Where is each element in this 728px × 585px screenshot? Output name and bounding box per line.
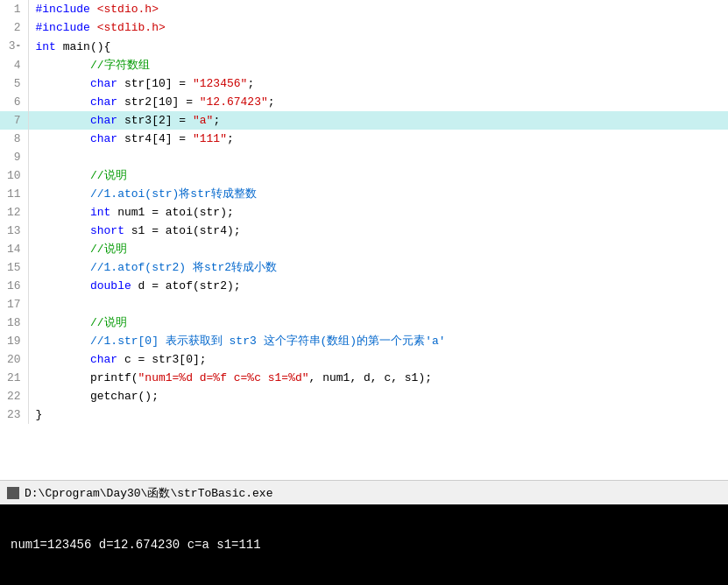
line-number: 19	[0, 332, 28, 350]
keyword: #include	[36, 3, 97, 16]
code-text: printf(	[90, 371, 138, 384]
table-row: 23}	[0, 405, 728, 424]
code-content	[28, 148, 728, 166]
table-row: 4 //字符数组	[0, 56, 728, 74]
code-content: getchar();	[28, 387, 728, 405]
line-number: 17	[0, 295, 28, 314]
keyword: double	[90, 279, 131, 292]
table-row: 10 //说明	[0, 166, 728, 185]
fold-icon: ⁃	[16, 41, 21, 52]
code-content: int num1 = atoi(str);	[28, 203, 728, 222]
table-row: 19 //1.str[0] 表示获取到 str3 这个字符串(数组)的第一个元素…	[0, 332, 728, 350]
table-row: 14 //说明	[0, 240, 728, 258]
line-number: 21	[0, 369, 28, 387]
line-number: 20	[0, 350, 28, 369]
line-number: 5	[0, 74, 28, 93]
code-content: int main(){	[28, 37, 728, 56]
line-number: 15	[0, 258, 28, 277]
comment-blue: //1.str[0] 表示获取到 str3 这个字符串(数组)的第一个元素'a'	[90, 335, 446, 348]
code-content: #include <stdio.h>	[28, 0, 728, 18]
code-text: ;	[213, 114, 220, 127]
code-content	[28, 295, 728, 314]
code-text: ;	[268, 95, 275, 109]
keyword: int	[90, 206, 110, 219]
code-content: //1.str[0] 表示获取到 str3 这个字符串(数组)的第一个元素'a'	[28, 332, 728, 350]
comment-blue: //1.atof(str2) 将str2转成小数	[90, 261, 277, 274]
string-literal: <stdlib.h>	[97, 21, 166, 34]
comment-blue: //1.atoi(str)将str转成整数	[90, 187, 257, 201]
string-literal: "111"	[193, 132, 227, 145]
code-content: //说明	[28, 314, 728, 332]
code-text: , num1, d, c, s1);	[309, 371, 432, 384]
table-row: 18 //说明	[0, 314, 728, 332]
code-content: }	[28, 405, 728, 424]
code-text: c = str3[0];	[117, 353, 206, 366]
line-number: 9	[0, 148, 28, 166]
code-content: //字符数组	[28, 56, 728, 74]
line-number: 23	[0, 405, 28, 424]
line-number: 4	[0, 56, 28, 74]
table-row: 21 printf("num1=%d d=%f c=%c s1=%d", num…	[0, 369, 728, 387]
table-row: 2#include <stdlib.h>	[0, 18, 728, 37]
code-content: char str2[10] = "12.67423";	[28, 93, 728, 111]
code-content: //1.atoi(str)将str转成整数	[28, 185, 728, 203]
line-number: 16	[0, 277, 28, 295]
string-literal: "num1=%d d=%f c=%c s1=%d"	[138, 371, 309, 384]
line-number: 6	[0, 93, 28, 111]
string-literal: "a"	[193, 114, 213, 127]
code-content: char c = str3[0];	[28, 350, 728, 369]
keyword: char	[90, 132, 117, 145]
table-row: 1#include <stdio.h>	[0, 0, 728, 18]
line-number: 14	[0, 240, 28, 258]
code-text: s1 = atoi(str4);	[124, 224, 241, 237]
string-literal: "12.67423"	[200, 95, 268, 109]
code-content: //说明	[28, 240, 728, 258]
code-content: #include <stdlib.h>	[28, 18, 728, 37]
table-row: 7 char str3[2] = "a";	[0, 111, 728, 130]
table-row: 3⁃int main(){	[0, 37, 728, 56]
table-row: 8 char str4[4] = "111";	[0, 130, 728, 148]
keyword: char	[90, 77, 117, 90]
line-number: 1	[0, 0, 28, 18]
code-content: //1.atof(str2) 将str2转成小数	[28, 258, 728, 277]
keyword: char	[90, 95, 117, 109]
string-literal: "123456"	[193, 77, 247, 90]
line-number: 8	[0, 130, 28, 148]
line-number: 7	[0, 111, 28, 130]
table-row: 5 char str[10] = "123456";	[0, 74, 728, 93]
keyword: char	[90, 114, 117, 127]
table-row: 16 double d = atof(str2);	[0, 277, 728, 295]
table-row: 22 getchar();	[0, 387, 728, 405]
line-number: 18	[0, 314, 28, 332]
keyword: int	[36, 40, 56, 53]
code-text: main(){	[56, 40, 110, 53]
code-text: str4[4] =	[117, 132, 193, 145]
line-number: 13	[0, 222, 28, 240]
line-number: 12	[0, 203, 28, 222]
comment: //字符数组	[90, 59, 150, 72]
code-content: short s1 = atoi(str4);	[28, 222, 728, 240]
keyword: char	[90, 353, 117, 366]
code-text: str3[2] =	[117, 114, 193, 127]
code-text: ;	[227, 132, 234, 145]
code-editor: 1#include <stdio.h>2#include <stdlib.h>3…	[0, 0, 728, 480]
keyword: #include	[36, 21, 97, 34]
line-number: 3⁃	[0, 37, 28, 56]
code-content: printf("num1=%d d=%f c=%c s1=%d", num1, …	[28, 369, 728, 387]
terminal-text: num1=123456 d=12.674230 c=a s1=111	[11, 538, 261, 552]
code-text: ;	[247, 77, 254, 90]
comment: //说明	[90, 243, 127, 256]
terminal-icon	[7, 487, 19, 499]
terminal-output: num1=123456 d=12.674230 c=a s1=111	[0, 504, 728, 585]
code-content: char str4[4] = "111";	[28, 130, 728, 148]
table-row: 11 //1.atoi(str)将str转成整数	[0, 185, 728, 203]
table-row: 9	[0, 148, 728, 166]
line-number: 2	[0, 18, 28, 37]
table-row: 6 char str2[10] = "12.67423";	[0, 93, 728, 111]
code-text: str[10] =	[117, 77, 193, 90]
code-text: d = atof(str2);	[131, 279, 241, 292]
code-text: getchar();	[90, 390, 159, 403]
terminal-bar: D:\Cprogram\Day30\函数\strToBasic.exe	[0, 480, 728, 504]
code-text: }	[36, 408, 43, 421]
table-row: 15 //1.atof(str2) 将str2转成小数	[0, 258, 728, 277]
